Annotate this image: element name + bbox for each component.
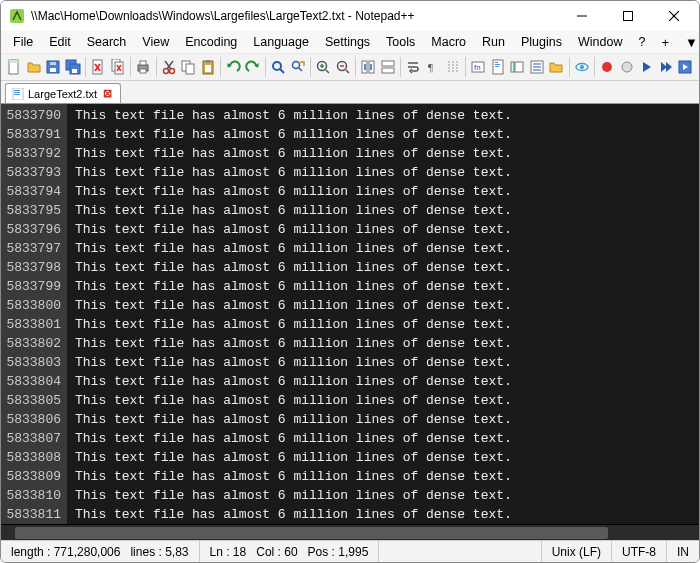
text-line[interactable]: This text file has almost 6 million line…	[75, 144, 699, 163]
line-number: 5833791	[5, 125, 61, 144]
menu-dropdown-button[interactable]: ▼	[677, 33, 700, 52]
text-line[interactable]: This text file has almost 6 million line…	[75, 410, 699, 429]
menu-q[interactable]: ?	[630, 33, 653, 51]
text-line[interactable]: This text file has almost 6 million line…	[75, 182, 699, 201]
tab-active[interactable]: LargeText2.txt ⊠	[5, 83, 121, 103]
menu-search[interactable]: Search	[79, 33, 135, 51]
toolbar: ¶fn	[1, 53, 699, 81]
minimize-button[interactable]	[559, 1, 605, 31]
line-number: 5833798	[5, 258, 61, 277]
text-line[interactable]: This text file has almost 6 million line…	[75, 220, 699, 239]
menu-language[interactable]: Language	[245, 33, 317, 51]
text-line[interactable]: This text file has almost 6 million line…	[75, 372, 699, 391]
menu-view[interactable]: View	[134, 33, 177, 51]
svg-rect-28	[186, 64, 194, 74]
svg-rect-70	[14, 92, 20, 93]
menu-tools[interactable]: Tools	[378, 33, 423, 51]
text-line[interactable]: This text file has almost 6 million line…	[75, 277, 699, 296]
menu-new-doc-button[interactable]: +	[653, 33, 677, 52]
show-all-chars-icon[interactable]: ¶	[424, 56, 443, 78]
line-number: 5833808	[5, 448, 61, 467]
lang-icon[interactable]: fn	[469, 56, 488, 78]
save-icon[interactable]	[44, 56, 63, 78]
svg-rect-45	[382, 61, 394, 66]
menu-settings[interactable]: Settings	[317, 33, 378, 51]
text-line[interactable]: This text file has almost 6 million line…	[75, 125, 699, 144]
svg-rect-54	[495, 62, 498, 63]
menu-encoding[interactable]: Encoding	[177, 33, 245, 51]
zoom-in-icon[interactable]	[314, 56, 333, 78]
menu-edit[interactable]: Edit	[41, 33, 79, 51]
close-all-icon[interactable]	[109, 56, 128, 78]
sync-v-icon[interactable]	[359, 56, 378, 78]
line-number: 5833800	[5, 296, 61, 315]
maximize-button[interactable]	[605, 1, 651, 31]
undo-icon[interactable]	[224, 56, 243, 78]
toolbar-separator	[310, 57, 311, 77]
text-line[interactable]: This text file has almost 6 million line…	[75, 201, 699, 220]
text-line[interactable]: This text file has almost 6 million line…	[75, 429, 699, 448]
indent-guide-icon[interactable]	[443, 56, 462, 78]
svg-rect-46	[382, 68, 394, 73]
window-title: \\Mac\Home\Downloads\Windows\Largefiles\…	[31, 9, 559, 23]
close-window-button[interactable]	[651, 1, 697, 31]
redo-icon[interactable]	[244, 56, 263, 78]
tab-close-icon[interactable]: ⊠	[101, 87, 114, 100]
editor[interactable]: 5833790583379158337925833793583379458337…	[1, 104, 699, 524]
text-line[interactable]: This text file has almost 6 million line…	[75, 163, 699, 182]
new-file-icon[interactable]	[5, 56, 24, 78]
svg-rect-31	[205, 65, 211, 72]
editor-area: 5833790583379158337925833793583379458337…	[1, 103, 699, 540]
text-line[interactable]: This text file has almost 6 million line…	[75, 467, 699, 486]
open-icon[interactable]	[25, 56, 44, 78]
horizontal-scrollbar[interactable]	[1, 524, 699, 540]
text-line[interactable]: This text file has almost 6 million line…	[75, 448, 699, 467]
text-line[interactable]: This text file has almost 6 million line…	[75, 239, 699, 258]
wrap-icon[interactable]	[404, 56, 423, 78]
toolbar-separator	[465, 57, 466, 77]
sync-h-icon[interactable]	[379, 56, 398, 78]
menu-plugins[interactable]: Plugins	[513, 33, 570, 51]
print-icon[interactable]	[134, 56, 153, 78]
menu-run[interactable]: Run	[474, 33, 513, 51]
text-line[interactable]: This text file has almost 6 million line…	[75, 296, 699, 315]
text-line[interactable]: This text file has almost 6 million line…	[75, 334, 699, 353]
play-multi-icon[interactable]	[657, 56, 676, 78]
stop-record-icon[interactable]	[617, 56, 636, 78]
text-content[interactable]: This text file has almost 6 million line…	[67, 104, 699, 524]
svg-line-33	[280, 69, 284, 73]
close-icon[interactable]	[89, 56, 108, 78]
monitor-icon[interactable]	[572, 56, 591, 78]
svg-line-35	[299, 68, 302, 71]
text-line[interactable]: This text file has almost 6 million line…	[75, 315, 699, 334]
scrollbar-thumb[interactable]	[15, 527, 608, 539]
func-list-icon[interactable]	[527, 56, 546, 78]
text-line[interactable]: This text file has almost 6 million line…	[75, 391, 699, 410]
replace-icon[interactable]	[289, 56, 308, 78]
save-all-icon[interactable]	[64, 56, 83, 78]
text-line[interactable]: This text file has almost 6 million line…	[75, 353, 699, 372]
status-bar: length : 771,280,006 lines : 5,83 Ln : 1…	[1, 540, 699, 562]
cut-icon[interactable]	[160, 56, 179, 78]
find-icon[interactable]	[269, 56, 288, 78]
doc-map-icon[interactable]	[488, 56, 507, 78]
menu-macro[interactable]: Macro	[423, 33, 474, 51]
text-line[interactable]: This text file has almost 6 million line…	[75, 106, 699, 125]
text-line[interactable]: This text file has almost 6 million line…	[75, 258, 699, 277]
menu-file[interactable]: File	[5, 33, 41, 51]
menu-window[interactable]: Window	[570, 33, 630, 51]
svg-rect-9	[50, 62, 56, 65]
paste-icon[interactable]	[199, 56, 218, 78]
svg-point-64	[580, 65, 584, 69]
save-macro-icon[interactable]	[676, 56, 695, 78]
record-icon[interactable]	[598, 56, 617, 78]
zoom-out-icon[interactable]	[334, 56, 353, 78]
folder-icon[interactable]	[547, 56, 566, 78]
doc-list-icon[interactable]	[508, 56, 527, 78]
svg-line-37	[326, 70, 329, 73]
play-icon[interactable]	[637, 56, 656, 78]
copy-icon[interactable]	[179, 56, 198, 78]
svg-rect-71	[14, 94, 20, 95]
text-line[interactable]: This text file has almost 6 million line…	[75, 505, 699, 524]
text-line[interactable]: This text file has almost 6 million line…	[75, 486, 699, 505]
